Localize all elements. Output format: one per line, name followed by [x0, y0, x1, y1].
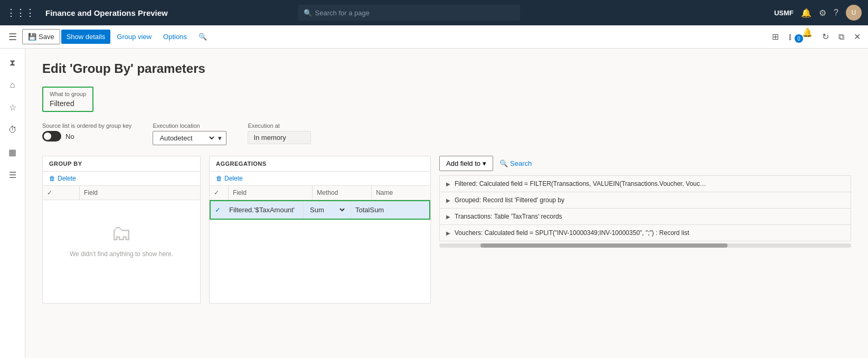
execution-location-dropdown[interactable]: Autodetect In memory Database ▾	[153, 131, 227, 145]
agg-name-col: Name	[372, 186, 430, 200]
right-panel: Add field to ▾ 🔍 Search ▶ Filtered: Calc…	[439, 156, 851, 248]
page-title: Edit 'Group By' parameters	[42, 61, 851, 76]
options-button[interactable]: Options	[158, 30, 192, 44]
expand-icon-3: ▶	[446, 230, 450, 236]
bell-icon[interactable]: 🔔	[801, 8, 812, 18]
check-col: ✓	[43, 186, 80, 200]
group-by-actions: 🗑 Delete	[43, 172, 200, 186]
agg-field-col: Field	[229, 186, 313, 200]
sidebar-star-icon[interactable]: ☆	[4, 97, 22, 118]
scrollbar-track[interactable]	[439, 243, 851, 248]
execution-at-label: Execution at	[248, 123, 311, 129]
right-panel-actions: Add field to ▾ 🔍 Search	[439, 156, 851, 171]
sidebar-calendar-icon[interactable]: ▦	[3, 142, 22, 163]
notification-badge: 0	[795, 34, 803, 43]
app-title: Finance and Operations Preview	[45, 8, 168, 17]
dropdown-chevron-icon: ▾	[218, 134, 222, 142]
search-icon: 🔍	[304, 9, 312, 17]
agg-columns: ✓ Field Method Name	[210, 186, 430, 200]
panels-row: GROUP BY 🗑 Delete ✓ Field 🗂 We didn't fi…	[42, 156, 851, 304]
source-list-toggle[interactable]	[42, 131, 61, 142]
toggle-value: No	[65, 133, 74, 140]
menu-button[interactable]: ☰	[4, 28, 21, 46]
help-icon[interactable]: ?	[834, 8, 838, 17]
agg-method-col: Method	[313, 186, 372, 200]
source-list-row: No	[42, 131, 131, 142]
global-search[interactable]: 🔍	[298, 5, 520, 21]
close-icon[interactable]: ✕	[851, 30, 864, 44]
refresh-icon[interactable]: ↻	[819, 30, 832, 44]
toolbar-search-button[interactable]: 🔍	[193, 30, 212, 44]
expand-icon-0: ▶	[446, 181, 450, 187]
group-view-button[interactable]: Group view	[111, 30, 157, 44]
group-by-header: GROUP BY	[43, 156, 200, 172]
main-content: Edit 'Group By' parameters What to group…	[25, 49, 868, 358]
sidebar-list-icon[interactable]: ☰	[4, 165, 22, 185]
aggregations-delete-button[interactable]: 🗑 Delete	[216, 175, 243, 182]
topbar-right: USMF 🔔 ⚙ ? U	[774, 5, 862, 21]
execution-at-value: In memory	[248, 131, 311, 144]
sidebar-filter-icon[interactable]: ⧗	[4, 53, 21, 73]
search-lens-icon: 🔍	[499, 159, 508, 167]
layout: ⧗ ⌂ ☆ ⏱ ▦ ☰ Edit 'Group By' parameters W…	[0, 49, 868, 358]
empty-icon: 🗂	[111, 221, 132, 245]
right-item-1[interactable]: ▶ Grouped: Record list 'Filtered' group …	[440, 192, 851, 209]
execution-at-control: Execution at In memory	[248, 123, 311, 144]
column-icon[interactable]: ⫿	[785, 30, 796, 44]
execution-location-select[interactable]: Autodetect In memory Database	[157, 134, 216, 143]
sidebar-clock-icon[interactable]: ⏱	[3, 120, 22, 140]
save-icon: 💾	[28, 33, 36, 41]
what-to-group-box: What to group Filtered	[42, 87, 93, 112]
save-button[interactable]: 💾 Save	[22, 29, 60, 44]
agg-row-check: ✓	[211, 202, 225, 218]
right-item-3[interactable]: ▶ Vouchers: Calculated field = SPLIT("IN…	[440, 225, 851, 241]
agg-field-value: Filtered.'$TaxAmount'	[225, 202, 304, 218]
agg-row[interactable]: ✓ Filtered.'$TaxAmount' Sum Count Min Ma…	[210, 200, 430, 220]
expand-icon-2: ▶	[446, 214, 450, 220]
open-icon[interactable]: ⧉	[835, 30, 847, 44]
field-col-header: Field	[80, 186, 200, 200]
delete-icon: 🗑	[49, 175, 55, 182]
org-label: USMF	[774, 9, 794, 17]
right-item-text-2: Transactions: Table 'TaxTrans' records	[455, 213, 562, 220]
controls-row: Source list is ordered by group key No E…	[42, 123, 851, 145]
avatar[interactable]: U	[846, 5, 862, 21]
settings-icon[interactable]: ⚙	[819, 8, 826, 18]
sidebar-home-icon[interactable]: ⌂	[5, 75, 21, 95]
what-to-group-label: What to group	[50, 91, 86, 97]
right-item-text-0: Filtered: Calculated field = FILTER(Tran…	[455, 180, 706, 187]
search-input[interactable]	[315, 9, 515, 17]
toggle-knob	[44, 133, 51, 140]
toolbar-right: ⊞ ⫿ 🔔 0 ↻ ⧉ ✕	[769, 27, 864, 46]
topbar: ⋮⋮⋮ Finance and Operations Preview 🔍 USM…	[0, 0, 868, 25]
execution-location-label: Execution location	[153, 123, 227, 129]
what-to-group-value: Filtered	[50, 99, 86, 108]
sidebar: ⧗ ⌂ ☆ ⏱ ▦ ☰	[0, 49, 25, 358]
expand-icon-1: ▶	[446, 197, 450, 203]
personalize-icon[interactable]: ⊞	[769, 30, 782, 44]
right-item-2[interactable]: ▶ Transactions: Table 'TaxTrans' records	[440, 209, 851, 225]
agg-method-select[interactable]: Sum Count Min Max	[308, 205, 346, 214]
grid-icon[interactable]: ⋮⋮⋮	[6, 7, 35, 18]
group-by-delete-button[interactable]: 🗑 Delete	[49, 175, 76, 182]
group-by-columns: ✓ Field	[43, 186, 200, 200]
empty-text: We didn't find anything to show here.	[70, 250, 173, 258]
search-button[interactable]: 🔍 Search	[499, 159, 532, 167]
right-item-0[interactable]: ▶ Filtered: Calculated field = FILTER(Tr…	[440, 176, 851, 192]
add-field-to-button[interactable]: Add field to ▾	[439, 156, 493, 171]
agg-check-col: ✓	[210, 186, 229, 200]
agg-name-value: TotalSum	[351, 202, 429, 218]
agg-method-value[interactable]: Sum Count Min Max	[304, 201, 351, 219]
aggregations-actions: 🗑 Delete	[210, 172, 430, 186]
source-list-label: Source list is ordered by group key	[42, 123, 131, 129]
group-by-empty: 🗂 We didn't find anything to show here.	[43, 200, 200, 279]
show-details-button[interactable]: Show details	[61, 30, 111, 44]
right-items-list: ▶ Filtered: Calculated field = FILTER(Tr…	[439, 175, 851, 241]
aggregations-panel: AGGREGATIONS 🗑 Delete ✓ Field Method Nam…	[209, 156, 431, 304]
execution-location-control: Execution location Autodetect In memory …	[153, 123, 227, 145]
scrollbar-thumb[interactable]	[480, 243, 728, 248]
group-by-panel: GROUP BY 🗑 Delete ✓ Field 🗂 We didn't fi…	[42, 156, 201, 304]
add-field-chevron-icon: ▾	[483, 159, 486, 167]
aggregations-header: AGGREGATIONS	[210, 156, 430, 172]
right-item-text-3: Vouchers: Calculated field = SPLIT("INV-…	[455, 229, 689, 237]
